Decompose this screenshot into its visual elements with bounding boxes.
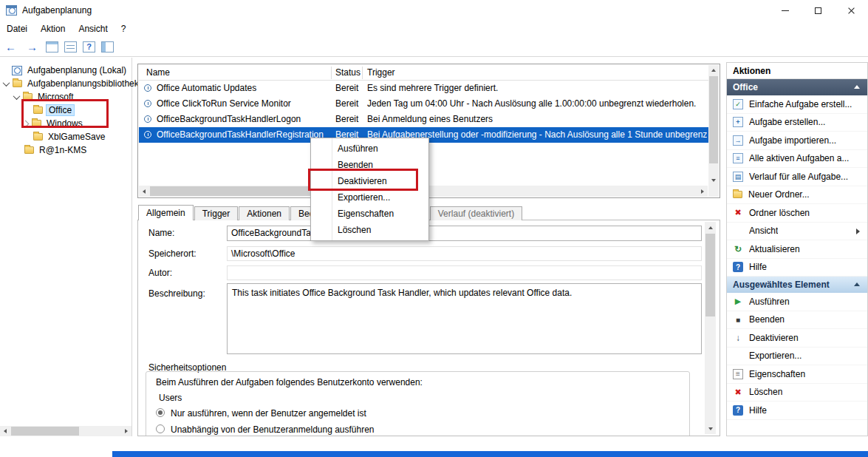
- action-import-task[interactable]: Aufgabe importieren...: [727, 132, 867, 150]
- context-menu-disable[interactable]: Deaktivieren: [311, 173, 428, 189]
- action-help-selected[interactable]: Hilfe: [727, 402, 867, 420]
- tab-trigger[interactable]: Trigger: [194, 206, 239, 220]
- task-row[interactable]: Office ClickToRun Service Monitor Bereit…: [139, 96, 708, 112]
- tree-item-microsoft[interactable]: Microsoft: [0, 90, 131, 104]
- tab-verlauf[interactable]: Verlauf (deaktiviert): [430, 206, 522, 220]
- maximize-button[interactable]: [802, 0, 835, 21]
- section-header-label: Office: [733, 82, 758, 92]
- help-icon[interactable]: [83, 41, 95, 53]
- column-separator[interactable]: [362, 67, 363, 79]
- scroll-left-button[interactable]: [0, 426, 10, 436]
- context-menu-end[interactable]: Beenden: [311, 157, 428, 173]
- forward-arrow-icon[interactable]: [21, 41, 43, 53]
- toolbar: [0, 37, 868, 57]
- menu-help[interactable]: ?: [115, 21, 133, 37]
- scroll-down-button[interactable]: [705, 423, 716, 434]
- scroll-down-button[interactable]: [708, 175, 719, 186]
- action-end[interactable]: Beenden: [727, 311, 867, 330]
- tree-hscrollbar[interactable]: [0, 426, 131, 436]
- end-icon: [733, 314, 743, 325]
- tree-item-library[interactable]: Aufgabenplanungsbibliothek: [0, 77, 131, 90]
- context-menu: Ausführen Beenden Deaktivieren Exportier…: [310, 138, 429, 241]
- menu-ansicht[interactable]: Ansicht: [72, 21, 114, 37]
- action-delete[interactable]: Löschen: [727, 384, 867, 402]
- action-run[interactable]: Ausführen: [727, 293, 867, 311]
- context-menu-properties[interactable]: Eigenschaften: [311, 206, 428, 222]
- scroll-right-button[interactable]: [121, 426, 131, 436]
- menubar: Datei Aktion Ansicht ?: [0, 21, 868, 37]
- scroll-left-button[interactable]: [139, 186, 149, 197]
- column-header-name[interactable]: Name: [146, 65, 170, 81]
- action-delete-folder[interactable]: Ordner löschen: [727, 204, 867, 223]
- actions-section-selected-item[interactable]: Ausgewähltes Element: [727, 277, 867, 293]
- context-menu-run[interactable]: Ausführen: [311, 141, 428, 157]
- expander-right-icon[interactable]: [22, 120, 30, 127]
- author-field[interactable]: [227, 265, 702, 280]
- scroll-thumb[interactable]: [11, 427, 79, 436]
- tree-item-label: Microsoft: [35, 92, 76, 102]
- minimize-button[interactable]: [768, 0, 802, 21]
- action-export[interactable]: Exportieren...: [727, 348, 867, 366]
- name-field[interactable]: OfficeBackgroundTaskHandlerRegistration: [227, 226, 702, 241]
- action-label: Eigenschaften: [749, 369, 805, 379]
- console-tree-icon[interactable]: [46, 41, 58, 53]
- collapse-up-icon[interactable]: [854, 282, 860, 286]
- account-value: Users: [159, 393, 182, 403]
- context-menu-export[interactable]: Exportieren...: [311, 189, 428, 206]
- action-create-basic-task[interactable]: Einfache Aufgabe erstell...: [727, 95, 867, 114]
- action-pane-icon[interactable]: [101, 41, 114, 53]
- tab-allgemein[interactable]: Allgemein: [138, 205, 194, 220]
- task-list-header: Name Status Trigger: [139, 65, 708, 81]
- scroll-up-button[interactable]: [708, 65, 719, 75]
- description-label: Beschreibung:: [148, 288, 205, 299]
- location-field[interactable]: \Microsoft\Office: [227, 246, 702, 261]
- scroll-right-button[interactable]: [697, 186, 708, 197]
- collapse-up-icon[interactable]: [854, 85, 860, 89]
- action-new-folder[interactable]: Neuer Ordner...: [727, 186, 867, 205]
- scroll-up-icon: [711, 69, 716, 72]
- task-row[interactable]: Office Automatic Updates Bereit Es sind …: [139, 81, 708, 96]
- scroll-thumb[interactable]: [150, 186, 320, 196]
- actions-section-office[interactable]: Office: [727, 79, 867, 95]
- action-refresh[interactable]: Aktualisieren: [727, 240, 867, 259]
- run-icon: [733, 297, 743, 307]
- export-list-icon[interactable]: [64, 41, 77, 53]
- action-create-task[interactable]: Aufgabe erstellen...: [727, 114, 867, 132]
- column-separator[interactable]: [331, 67, 332, 79]
- close-button[interactable]: [835, 0, 868, 21]
- action-label: Einfache Aufgabe erstell...: [749, 99, 852, 109]
- tree-item-windows[interactable]: Windows: [0, 117, 131, 130]
- task-row[interactable]: OfficeBackgroundTaskHandlerLogon Bereit …: [139, 112, 708, 127]
- column-header-trigger[interactable]: Trigger: [367, 65, 395, 81]
- tree-item-xblgamesave[interactable]: XblGameSave: [0, 130, 131, 143]
- column-header-status[interactable]: Status: [335, 65, 360, 81]
- task-list-vscrollbar[interactable]: [708, 65, 719, 186]
- action-display-running-tasks[interactable]: Alle aktiven Aufgaben a...: [727, 150, 867, 169]
- tree-item-office[interactable]: Office: [0, 104, 131, 117]
- action-help[interactable]: Hilfe: [727, 259, 867, 277]
- description-field[interactable]: This task initiates Office Background Ta…: [227, 283, 702, 354]
- tree-item-r1n-kms[interactable]: R@1n-KMS: [0, 143, 131, 157]
- radio-run-logged-on[interactable]: [156, 408, 165, 417]
- action-disable[interactable]: Deaktivieren: [727, 329, 867, 348]
- delete-folder-icon: [733, 208, 743, 218]
- scroll-up-button[interactable]: [705, 222, 716, 233]
- expander-down-icon[interactable]: [13, 92, 21, 100]
- expander-down-icon[interactable]: [3, 79, 10, 87]
- action-task-history[interactable]: Verlauf für alle Aufgabe...: [727, 168, 867, 186]
- action-properties[interactable]: Eigenschaften: [727, 365, 867, 384]
- action-label: Aufgabe importieren...: [749, 135, 836, 146]
- action-view[interactable]: Ansicht: [727, 223, 867, 241]
- radio-run-independent[interactable]: [156, 424, 165, 433]
- scroll-thumb[interactable]: [709, 76, 718, 163]
- menu-aktion[interactable]: Aktion: [34, 21, 72, 37]
- tab-aktionen[interactable]: Aktionen: [239, 206, 290, 220]
- task-name: Office Automatic Updates: [157, 81, 328, 96]
- running-tasks-icon: [733, 153, 743, 163]
- scroll-thumb[interactable]: [705, 234, 715, 316]
- menu-datei[interactable]: Datei: [0, 21, 34, 37]
- back-arrow-icon[interactable]: [0, 41, 21, 53]
- details-vscrollbar[interactable]: [705, 222, 716, 434]
- tree-item-root[interactable]: Aufgabenplanung (Lokal): [0, 64, 131, 77]
- context-menu-delete[interactable]: Löschen: [311, 222, 428, 238]
